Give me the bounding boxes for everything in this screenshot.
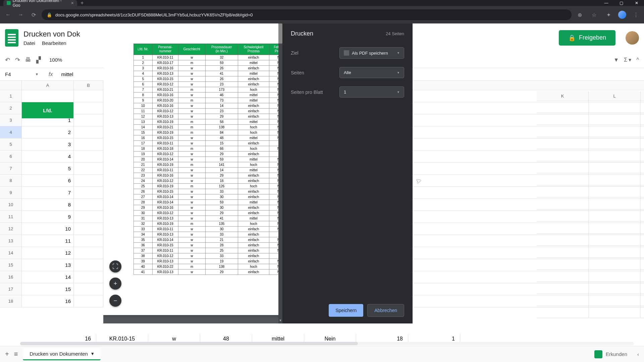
row-header[interactable]: 4 bbox=[0, 126, 22, 138]
paint-format-button[interactable]: ▞ bbox=[36, 56, 41, 64]
cell[interactable] bbox=[537, 282, 589, 294]
cell[interactable] bbox=[537, 258, 589, 269]
row-header[interactable]: 3 bbox=[0, 114, 22, 126]
cell[interactable] bbox=[74, 259, 103, 271]
cell[interactable] bbox=[589, 306, 641, 318]
cell[interactable] bbox=[74, 235, 103, 247]
row-header[interactable]: 1 bbox=[0, 90, 22, 102]
cell[interactable] bbox=[589, 209, 641, 221]
back-button[interactable]: ← bbox=[3, 12, 13, 18]
cell[interactable] bbox=[537, 246, 589, 257]
col-header-l[interactable]: L bbox=[589, 92, 641, 101]
cell[interactable] bbox=[537, 149, 589, 161]
cell[interactable] bbox=[589, 125, 641, 137]
cell[interactable] bbox=[537, 185, 589, 197]
zoom-in-button[interactable]: + bbox=[109, 278, 121, 290]
cell[interactable] bbox=[589, 294, 641, 306]
cell[interactable] bbox=[74, 199, 103, 210]
cell[interactable] bbox=[74, 163, 103, 174]
cell[interactable]: 15 bbox=[22, 283, 74, 295]
cell[interactable] bbox=[537, 137, 589, 149]
sheet-tab[interactable]: Drucken von Dokumenten ▾ bbox=[23, 348, 100, 360]
cell[interactable]: 13 bbox=[22, 259, 74, 271]
per-sheet-select[interactable]: 1 ▼ bbox=[339, 86, 404, 98]
cell[interactable] bbox=[589, 234, 641, 245]
share-button[interactable]: 🔒 Freigeben bbox=[559, 30, 615, 46]
cell[interactable] bbox=[74, 223, 103, 235]
maximize-icon[interactable]: ▢ bbox=[614, 0, 629, 6]
cell[interactable] bbox=[74, 295, 103, 307]
undo-button[interactable]: ↶ bbox=[5, 56, 10, 64]
row-header[interactable]: 17 bbox=[0, 283, 22, 295]
cell[interactable]: 3 bbox=[22, 138, 74, 150]
col-header-a[interactable]: A bbox=[22, 81, 74, 90]
cell[interactable] bbox=[589, 246, 641, 257]
zoom-out-button[interactable]: − bbox=[109, 295, 121, 307]
cell[interactable] bbox=[537, 222, 589, 233]
col-header-b[interactable]: B bbox=[74, 81, 103, 90]
cell[interactable]: 5 bbox=[22, 163, 74, 174]
cell[interactable] bbox=[537, 161, 589, 173]
minimize-icon[interactable]: — bbox=[599, 0, 614, 6]
cell[interactable] bbox=[537, 113, 589, 125]
cell[interactable] bbox=[589, 101, 641, 113]
reload-button[interactable]: ⟳ bbox=[29, 12, 38, 18]
cell[interactable] bbox=[537, 234, 589, 245]
browser-tab[interactable]: Drucken von Dokumenten - Goo × bbox=[3, 0, 77, 6]
cell[interactable] bbox=[589, 270, 641, 282]
menu-file[interactable]: Datei bbox=[23, 40, 35, 46]
all-sheets-button[interactable]: ≡ bbox=[14, 350, 18, 358]
row-header[interactable]: 12 bbox=[0, 223, 22, 235]
row-header[interactable]: 8 bbox=[0, 175, 22, 186]
row-header[interactable]: 16 bbox=[0, 271, 22, 283]
col-header-k[interactable]: K bbox=[537, 92, 589, 101]
cell[interactable] bbox=[589, 161, 641, 173]
cell[interactable] bbox=[537, 173, 589, 185]
cell[interactable] bbox=[74, 126, 103, 138]
cell[interactable] bbox=[74, 211, 103, 223]
add-sheet-button[interactable]: + bbox=[5, 350, 9, 358]
print-preview-pane[interactable]: Lfd. Nr.Personal-nummerGeschlechtProzess… bbox=[103, 23, 282, 323]
cell[interactable] bbox=[22, 90, 74, 102]
cell[interactable] bbox=[537, 294, 589, 306]
fit-page-button[interactable]: ⛶ bbox=[109, 260, 121, 273]
row-header[interactable]: 5 bbox=[0, 138, 22, 150]
cell[interactable] bbox=[537, 209, 589, 221]
cell[interactable] bbox=[537, 306, 589, 318]
cell[interactable] bbox=[589, 185, 641, 197]
cell[interactable] bbox=[589, 197, 641, 209]
bookmark-icon[interactable]: ☆ bbox=[589, 12, 599, 18]
cell[interactable] bbox=[74, 247, 103, 259]
destination-select[interactable]: Als PDF speichern ▼ bbox=[339, 47, 404, 59]
cell[interactable] bbox=[589, 258, 641, 269]
row-header[interactable]: 15 bbox=[0, 259, 22, 271]
cell[interactable]: 8 bbox=[22, 199, 74, 210]
cell[interactable] bbox=[589, 282, 641, 294]
cell[interactable] bbox=[74, 138, 103, 150]
collapse-icon[interactable]: ^ bbox=[636, 57, 639, 63]
cell[interactable] bbox=[537, 125, 589, 137]
cell[interactable] bbox=[537, 197, 589, 209]
close-window-icon[interactable]: ✕ bbox=[629, 0, 644, 6]
cell[interactable]: 10 bbox=[22, 223, 74, 235]
profile-avatar[interactable] bbox=[618, 11, 626, 19]
pages-select[interactable]: Alle ▼ bbox=[339, 67, 404, 78]
name-box[interactable]: F4 ▼ bbox=[0, 71, 44, 77]
row-header[interactable]: 13 bbox=[0, 235, 22, 247]
print-button[interactable]: 🖶 bbox=[25, 56, 31, 63]
cell[interactable]: 2 bbox=[22, 126, 74, 138]
zoom-icon[interactable]: ⊕ bbox=[575, 12, 584, 18]
cell[interactable] bbox=[74, 114, 103, 126]
cell[interactable] bbox=[74, 187, 103, 198]
cell[interactable] bbox=[589, 113, 641, 125]
cell[interactable] bbox=[74, 150, 103, 162]
cell[interactable]: 4 bbox=[22, 150, 74, 162]
sheets-logo-icon[interactable] bbox=[5, 29, 18, 47]
cell[interactable] bbox=[74, 175, 103, 186]
extensions-icon[interactable]: ✦ bbox=[604, 12, 613, 18]
save-button[interactable]: Speichern bbox=[329, 304, 363, 317]
cell[interactable] bbox=[537, 270, 589, 282]
cell[interactable] bbox=[74, 102, 103, 114]
cell[interactable]: 7 bbox=[22, 187, 74, 198]
explore-button[interactable]: Erkunden bbox=[606, 351, 627, 357]
